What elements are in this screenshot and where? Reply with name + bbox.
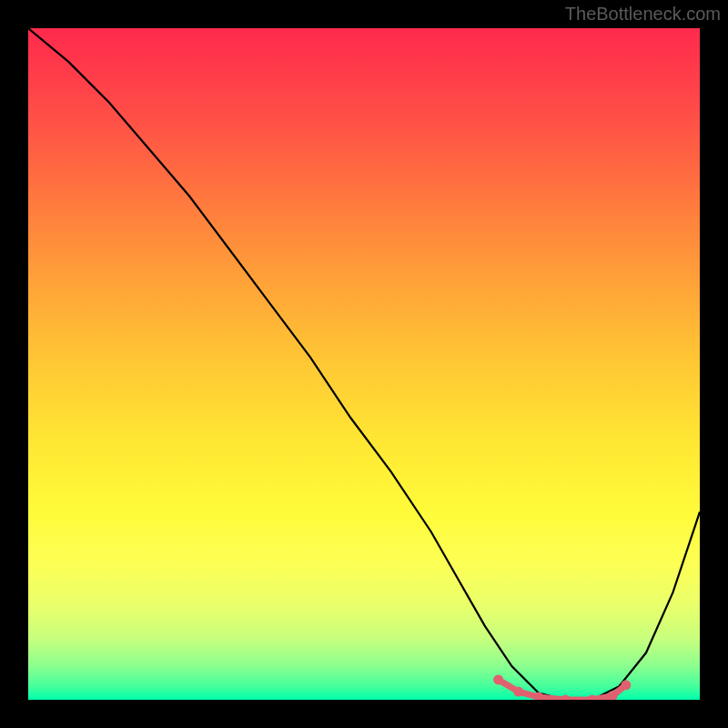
optimal-point-marker (561, 695, 571, 701)
optimal-point-marker (587, 695, 597, 701)
bottleneck-curve (28, 28, 700, 700)
chart-container: TheBottleneck.com (0, 0, 728, 728)
watermark-text: TheBottleneck.com (565, 4, 721, 25)
chart-overlay (28, 28, 700, 700)
optimal-point-marker (621, 680, 631, 690)
optimal-point-marker (493, 674, 503, 684)
optimal-point-marker (513, 687, 523, 697)
